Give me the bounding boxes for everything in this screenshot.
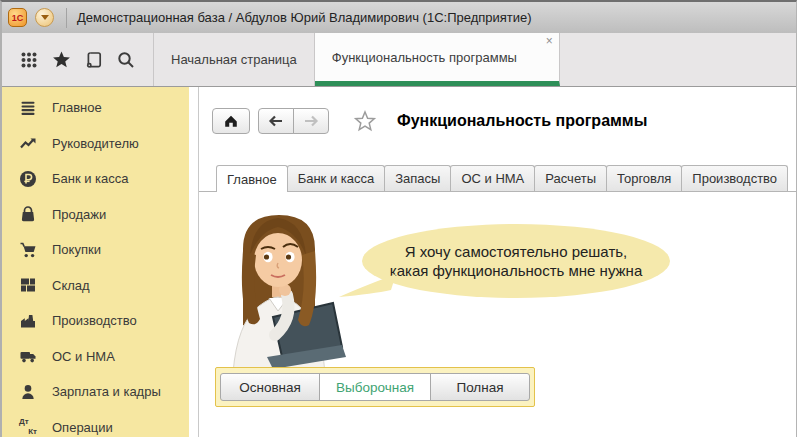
- tab-inventory[interactable]: Запасы: [384, 165, 451, 191]
- sidebar-item-label: Операции: [52, 420, 113, 435]
- factory-icon: [19, 312, 37, 330]
- home-icon: [223, 113, 239, 129]
- back-button[interactable]: [258, 108, 294, 134]
- arrow-left-icon: [268, 114, 284, 128]
- tab-fixed-assets[interactable]: ОС и НМА: [450, 165, 535, 191]
- app-window: 1С Демонстрационная база / Абдулов Юрий …: [0, 0, 797, 437]
- titlebar-separator: [66, 8, 67, 28]
- navigation-row: Функциональность программы: [212, 108, 647, 134]
- option-basic-button[interactable]: Основная: [220, 373, 320, 401]
- tab-production[interactable]: Производство: [681, 165, 788, 191]
- titlebar: 1С Демонстрационная база / Абдулов Юрий …: [2, 2, 796, 33]
- debit-credit-icon: Дт Кт: [19, 418, 37, 436]
- truck-icon: [19, 347, 37, 365]
- sidebar-item-label: Главное: [52, 100, 102, 115]
- speech-bubble-tail: [339, 270, 397, 300]
- page-title: Функциональность программы: [397, 112, 647, 130]
- sidebar-item-fixed-assets[interactable]: ОС и НМА: [2, 339, 189, 375]
- ruble-circle-icon: [19, 170, 37, 188]
- main-content: Функциональность программы Главное Банк …: [198, 87, 796, 437]
- functionality-tabs: Главное Банк и касса Запасы ОС и НМА Рас…: [199, 165, 796, 192]
- favorites-star-icon[interactable]: [50, 49, 72, 71]
- search-icon[interactable]: [115, 49, 137, 71]
- pallet-boxes-icon: [19, 276, 37, 294]
- tab-bank-cash[interactable]: Банк и касса: [287, 165, 386, 191]
- app-logo-button[interactable]: 1С: [8, 8, 27, 27]
- trend-up-icon: [19, 134, 37, 152]
- person-icon: [19, 383, 37, 401]
- sidebar-item-label: Банк и касса: [52, 171, 129, 186]
- sidebar-item-main[interactable]: Главное: [2, 90, 189, 126]
- sidebar-item-label: Склад: [52, 278, 90, 293]
- sidebar-item-operations[interactable]: Дт Кт Операции: [2, 410, 189, 437]
- main-menu-button[interactable]: [35, 8, 54, 27]
- speech-bubble-line: Я хочу самостоятельно решать,: [405, 242, 627, 262]
- speech-bubble: Я хочу самостоятельно решать, какая функ…: [362, 224, 670, 298]
- sidebar-item-bank-cash[interactable]: Банк и касса: [2, 161, 189, 197]
- star-outline-icon: [353, 109, 377, 133]
- sidebar-item-label: Руководителю: [52, 136, 139, 151]
- quick-toolbar: [2, 33, 154, 86]
- history-scroll-icon[interactable]: [83, 49, 105, 71]
- functionality-options-highlight: Основная Выборочная Полная: [215, 367, 535, 407]
- sidebar-item-label: ОС и НМА: [52, 349, 115, 364]
- tab-home-page[interactable]: Начальная страница: [154, 33, 315, 86]
- sidebar-item-label: Производство: [52, 313, 137, 328]
- tab-trade[interactable]: Торговля: [606, 165, 682, 191]
- history-nav-group: [258, 108, 329, 134]
- close-icon[interactable]: ×: [546, 35, 553, 47]
- tabs-underline: [199, 191, 796, 192]
- sidebar-item-warehouse[interactable]: Склад: [2, 268, 189, 304]
- chevron-down-icon: [41, 15, 49, 20]
- sidebar-item-label: Продажи: [52, 207, 106, 222]
- tab-main[interactable]: Главное: [216, 165, 288, 192]
- sidebar-item-label: Зарплата и кадры: [52, 384, 161, 399]
- sidebar-item-sales[interactable]: Продажи: [2, 197, 189, 233]
- tab-program-functionality[interactable]: Функциональность программы ×: [315, 33, 560, 86]
- arrow-right-icon: [303, 114, 319, 128]
- menu-icon: [19, 99, 37, 117]
- sidebar-item-purchases[interactable]: Покупки: [2, 232, 189, 268]
- sidebar-item-salary-hr[interactable]: Зарплата и кадры: [2, 374, 189, 410]
- tab-settlements[interactable]: Расчеты: [534, 165, 607, 191]
- sidebar-item-production[interactable]: Производство: [2, 303, 189, 339]
- home-button[interactable]: [212, 108, 250, 134]
- option-selective-button[interactable]: Выборочная: [319, 373, 431, 401]
- tab-label: Функциональность программы: [332, 50, 517, 65]
- assistant-character-illustration: [215, 205, 347, 373]
- shopping-bag-icon: [19, 205, 37, 223]
- speech-bubble-line: какая функциональность мне нужна: [390, 261, 642, 281]
- window-title: Демонстрационная база / Абдулов Юрий Вла…: [77, 10, 532, 25]
- workspace: Главное Руководителю: [2, 87, 796, 437]
- sidebar-item-manager[interactable]: Руководителю: [2, 126, 189, 162]
- forward-button[interactable]: [293, 108, 329, 134]
- tab-label: Начальная страница: [171, 52, 297, 67]
- window-tabstrip: Начальная страница Функциональность прог…: [2, 33, 796, 87]
- apps-grid-icon[interactable]: [18, 49, 40, 71]
- option-full-button[interactable]: Полная: [430, 373, 530, 401]
- sections-sidebar: Главное Руководителю: [2, 87, 189, 437]
- shopping-cart-icon: [19, 241, 37, 259]
- add-to-favorites-star[interactable]: [353, 109, 377, 133]
- sidebar-item-label: Покупки: [52, 242, 101, 257]
